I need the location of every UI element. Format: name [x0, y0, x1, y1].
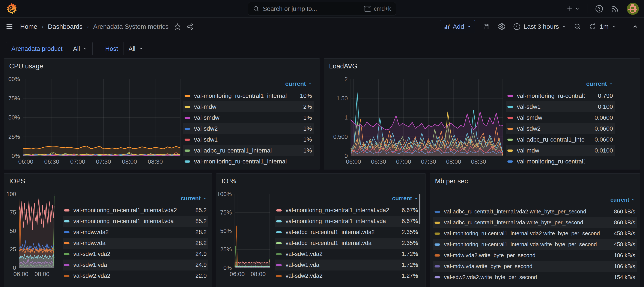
legend-row[interactable]: val-monitoring_ru-central1_internal 0.79… — [506, 90, 615, 101]
iops-legend: current val-monitoring_ru-central1_inter… — [62, 195, 208, 281]
series-name: val-sdw1.vda2 — [286, 251, 392, 257]
cpu-usage-chart[interactable]: 100%75%50%25%0%06:0006:3007:0007:3008:00… — [8, 77, 182, 166]
filter-arenadata-product-value[interactable]: All — [68, 42, 92, 55]
user-avatar[interactable] — [627, 3, 639, 15]
legend-row[interactable]: val-sdw2.vda2 1.27% — [275, 270, 420, 281]
legend-row[interactable]: val-mdw.vda2.write_byte_per_second 186 k… — [433, 250, 637, 261]
series-color-marker — [508, 150, 513, 152]
panel-title[interactable]: CPU usage — [9, 62, 43, 70]
series-current-value: 1.27% — [394, 273, 418, 279]
series-name: val-sdw2.vda2 — [286, 273, 392, 279]
favorite-star-icon[interactable] — [174, 23, 181, 30]
legend-row[interactable]: val-mdw.vda2 28.2 — [62, 227, 208, 238]
breadcrumb-dashboards[interactable]: Dashboards — [48, 23, 82, 30]
panel-title[interactable]: LoadAVG — [329, 62, 357, 70]
io-percent-chart[interactable]: 100%75%50%25%0%06:0008:00 — [218, 192, 271, 278]
help-button[interactable] — [595, 5, 603, 13]
legend-row[interactable]: val-sdw2 1% — [183, 123, 314, 134]
series-color-marker — [508, 106, 513, 108]
legend-row[interactable]: val-sdw1 0.100 — [506, 101, 615, 112]
svg-text:06:00: 06:00 — [346, 158, 361, 165]
breadcrumb-separator: › — [42, 23, 44, 30]
legend-row[interactable]: val-adbc_ru-central1_internal.vda.write_… — [433, 217, 637, 228]
dashboard-toolbar: Home › Dashboards › Arenadata System met… — [0, 18, 644, 36]
svg-text:08:30: 08:30 — [471, 158, 486, 165]
share-icon[interactable] — [186, 23, 193, 30]
loadavg-chart[interactable]: 21.5010.500006:0006:3007:0007:3008:0008:… — [330, 77, 504, 166]
collapse-chevron-up-icon[interactable] — [632, 23, 638, 30]
legend-row[interactable]: val-monitoring_ru-central1_internal — [183, 156, 314, 167]
filter-arenadata-product-label[interactable]: Arenadata product — [6, 42, 68, 55]
series-color-marker — [184, 139, 190, 141]
legend-sort-current[interactable]: current — [183, 80, 314, 88]
series-name: val-adbc_ru-central1_internal.vda2.write… — [444, 208, 600, 215]
legend-sort-current[interactable]: current — [62, 195, 208, 202]
legend-row[interactable]: val-sdw1.vda2 1.72% — [275, 249, 420, 259]
legend-row[interactable]: val-monitoring_ru-central1_internal.vda … — [275, 216, 420, 227]
filter-host-label[interactable]: Host — [100, 42, 123, 55]
legend-row[interactable]: val-sdw1.vda 24.9 — [62, 259, 208, 270]
legend-row[interactable]: val-monitoring_ru-central1_internal 10% — [183, 90, 314, 101]
legend-row[interactable]: val-adbc_ru-central1_internal 0.0600 — [506, 134, 615, 145]
legend-row[interactable]: val-smdw 0.0600 — [506, 112, 615, 123]
legend-row[interactable]: val-sdw1 1% — [183, 134, 314, 145]
chevron-down-icon — [414, 196, 418, 200]
legend-row[interactable]: val-adbc_ru-central1_internal.vda 2.35% — [275, 238, 420, 249]
time-range-picker[interactable]: Last 3 hours — [513, 23, 566, 30]
add-new-button[interactable] — [566, 5, 580, 13]
series-current-value: 24.9 — [187, 262, 207, 268]
svg-text:06:00: 06:00 — [13, 271, 28, 277]
legend-row[interactable]: val-monitoring_ru-central1_internal — [506, 156, 615, 167]
legend-row[interactable]: val-mdw.vda.write_byte_per_second 186 kB… — [433, 261, 637, 272]
zoom-out-icon[interactable] — [574, 23, 581, 30]
legend-row[interactable]: val-smdw 1% — [183, 112, 314, 123]
series-name: val-mdw.vda2 — [73, 229, 185, 235]
breadcrumb-home[interactable]: Home — [20, 23, 37, 30]
series-current-value: 22.0 — [187, 273, 207, 279]
legend-row[interactable]: val-monitoring_ru-central1_internal.vda.… — [433, 239, 637, 250]
series-current-value: 0.0600 — [587, 114, 613, 121]
legend-sort-current[interactable]: current — [506, 80, 615, 88]
iops-chart[interactable]: 100755025006:0008:00 — [6, 192, 56, 278]
legend-row[interactable]: val-mdw 0.0100 — [506, 145, 615, 156]
series-name: val-sdw2 — [194, 125, 290, 132]
dashboard-variables: Arenadata product All Host All — [6, 42, 156, 55]
dashboard-settings-gear-icon[interactable] — [498, 23, 506, 31]
svg-text:07:00: 07:00 — [70, 158, 85, 165]
legend-row[interactable]: val-adbc_ru-central1_internal 1% — [183, 145, 314, 156]
legend-scrollbar[interactable] — [419, 194, 420, 224]
legend-row[interactable]: val-sdw1.vda 1.72% — [275, 259, 420, 270]
menu-icon[interactable] — [6, 23, 13, 31]
legend-row[interactable]: val-adbc_ru-central1_internal.vda2 2.35% — [275, 227, 420, 238]
legend-row[interactable]: val-sdw2 0.0600 — [506, 123, 615, 134]
legend-row[interactable]: val-monitoring_ru-central1_internal.vda2… — [62, 205, 208, 216]
panel-title[interactable]: Mb per sec — [435, 177, 468, 185]
panel-title[interactable]: IOPS — [9, 177, 25, 185]
svg-text:2: 2 — [344, 77, 348, 82]
legend-row[interactable]: val-monitoring_ru-central1_internal.vda2… — [433, 228, 637, 239]
series-name: val-mdw — [517, 147, 584, 154]
legend-row[interactable]: val-adbc_ru-central1_internal.vda2.write… — [433, 206, 637, 217]
series-current-value: 1.72% — [394, 262, 418, 268]
legend-row[interactable]: val-sdw2.vda2 22.0 — [62, 270, 208, 281]
legend-row[interactable]: val-monitoring_ru-central1_internal.vda … — [62, 216, 208, 227]
legend-sort-current[interactable]: current — [433, 196, 637, 204]
save-dashboard-icon[interactable] — [483, 23, 490, 30]
panel-title[interactable]: IO % — [222, 177, 236, 185]
search-input[interactable]: Search or jump to... cmd+k — [248, 2, 396, 16]
legend-row[interactable]: val-sdw1.vda2 24.9 — [62, 249, 208, 259]
add-panel-button[interactable]: Add — [440, 20, 475, 33]
legend-sort-current[interactable]: current — [275, 195, 420, 202]
refresh-picker[interactable]: 1m — [589, 23, 616, 30]
legend-row[interactable]: val-monitoring_ru-central1_internal.vda2… — [275, 205, 420, 216]
series-name: val-adbc_ru-central1_internal — [194, 147, 290, 154]
legend-row[interactable]: val-sdw2.vda2.write_byte_per_second 154 … — [433, 272, 637, 283]
news-rss-button[interactable] — [611, 5, 619, 13]
legend-row[interactable]: val-mdw 2% — [183, 101, 314, 112]
divider — [624, 22, 624, 31]
legend-row[interactable]: val-mdw.vda 28.2 — [62, 238, 208, 249]
keyboard-icon — [364, 6, 371, 12]
chevron-down-icon — [575, 7, 580, 11]
grafana-logo[interactable] — [6, 3, 18, 15]
filter-host-value[interactable]: All — [123, 42, 148, 55]
